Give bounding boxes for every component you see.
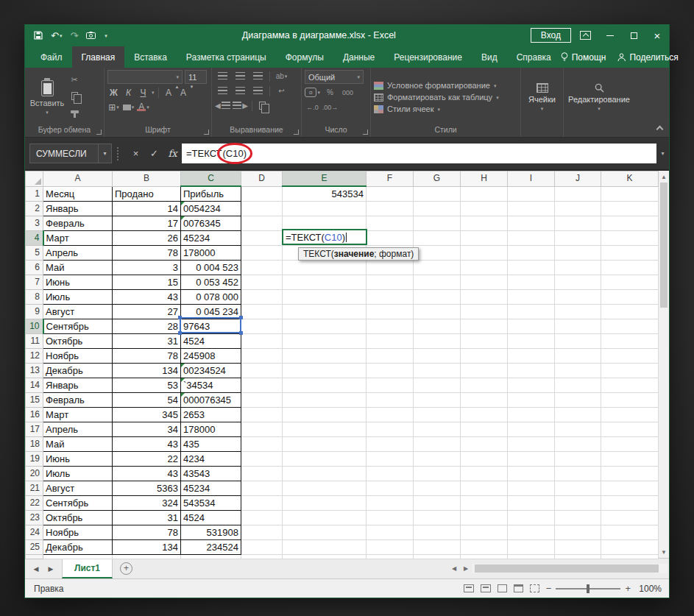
cell-C21[interactable]: 45234 [181,481,241,496]
cell-G14[interactable] [414,378,461,393]
cell-E8[interactable] [283,290,367,305]
cell-H25[interactable] [461,540,508,555]
cell-E14[interactable] [283,378,367,393]
active-cell-editor-E4[interactable]: =ТЕКСТ(C10) [282,229,367,245]
cell-C17[interactable]: 178000 [181,422,241,437]
cell-J17[interactable] [555,422,601,437]
cell-A23[interactable]: Октябрь [43,511,113,525]
cell-B18[interactable]: 43 [113,437,181,452]
assistant-tab[interactable]: Помощн [561,52,606,63]
increase-font-button[interactable]: А▲ [163,86,175,99]
cell-F17[interactable] [367,422,414,437]
cell-H14[interactable] [461,378,508,393]
display-settings-icon[interactable] [481,584,491,592]
cell-B25[interactable]: 134 [113,540,181,555]
cell-K11[interactable] [601,334,659,349]
paste-button[interactable]: Вставить ▾ [28,70,66,124]
cell-F14[interactable] [367,378,414,393]
row-header-14[interactable]: 14 [26,378,43,393]
row-header-2[interactable]: 2 [26,202,43,216]
col-header-J[interactable]: J [555,171,601,187]
cell-K4[interactable] [601,231,659,246]
cell-K25[interactable] [601,540,659,555]
cell-C6[interactable]: 0 004 523 [181,261,241,275]
col-header-E[interactable]: E [283,171,367,187]
clipboard-dialog-launcher-icon[interactable] [96,130,102,135]
cell-E9[interactable] [283,305,367,319]
tab-Главная[interactable]: Главная [72,46,125,68]
scroll-up-icon[interactable]: ▲ [659,171,669,183]
cell-G20[interactable] [414,467,461,481]
cell-G7[interactable] [414,275,461,290]
underline-button[interactable]: Ч [137,86,149,99]
cell-D25[interactable] [241,540,283,555]
cell-F6[interactable] [367,261,414,275]
cell-H3[interactable] [461,216,508,231]
cell-C22[interactable]: 543534 [181,496,241,511]
tab-Файл[interactable]: Файл [31,46,72,68]
font-color-button[interactable]: А▾ [137,101,149,113]
row-header-7[interactable]: 7 [26,275,43,290]
cell-K12[interactable] [601,349,659,364]
zoom-level[interactable]: 100% [635,584,662,594]
cell-G18[interactable] [414,437,461,452]
cell-H16[interactable] [461,408,508,422]
cell-K20[interactable] [601,467,659,481]
cell-I11[interactable] [508,334,555,349]
cell-A17[interactable]: Апрель [43,422,113,437]
cell-D13[interactable] [241,364,283,378]
cell-A2[interactable]: Январь [43,202,113,216]
tab-Данные[interactable]: Данные [333,46,384,68]
normal-view-icon[interactable] [498,584,507,592]
orientation-button[interactable]: ab▾ [274,70,289,82]
cell-H24[interactable] [461,525,508,540]
cell-G16[interactable] [414,408,461,422]
row-header-3[interactable]: 3 [26,216,43,231]
cell-B20[interactable]: 43 [113,467,181,481]
cell-K6[interactable] [601,261,659,275]
cell-A24[interactable]: Ноябрь [43,525,113,540]
cell-J13[interactable] [555,364,601,378]
cell-A8[interactable]: Июль [43,290,113,305]
cell-B4[interactable]: 26 [113,231,181,246]
cell-H2[interactable] [461,202,508,216]
cell-A14[interactable]: Январь [43,378,113,393]
row-header-1[interactable]: 1 [26,186,43,202]
cell-C8[interactable]: 0 078 000 [181,290,241,305]
cell-K7[interactable] [601,275,659,290]
cell-E13[interactable] [283,364,367,378]
cell-B5[interactable]: 78 [113,246,181,261]
cell-E16[interactable] [283,408,367,422]
cell-C18[interactable]: 435 [181,437,241,452]
cell-D6[interactable] [241,261,283,275]
cell-I12[interactable] [508,349,555,364]
increase-indent-button[interactable]: ▶ [233,99,248,112]
decrease-indent-button[interactable]: ◀ [215,99,230,112]
align-right-button[interactable] [250,85,266,97]
cell-B7[interactable]: 15 [113,275,181,290]
cell-G21[interactable] [414,481,461,496]
cell-I2[interactable] [508,202,555,216]
cell-E22[interactable] [283,496,367,511]
col-header-C[interactable]: C [181,171,241,187]
cell-J20[interactable] [555,467,601,481]
cell-E10[interactable] [283,319,367,334]
cell-G25[interactable] [414,540,461,555]
cell-A15[interactable]: Февраль [43,393,113,408]
cell-A20[interactable]: Июль [43,467,113,481]
cell-B2[interactable]: 14 [113,202,181,216]
cell-G1[interactable] [414,186,461,202]
cell-F13[interactable] [367,364,414,378]
cell-F11[interactable] [367,334,414,349]
cell-D15[interactable] [241,393,283,408]
cell-C19[interactable]: 4234 [181,452,241,467]
decrease-font-button[interactable]: А▼ [177,86,190,99]
cell-D11[interactable] [241,334,283,349]
cell-F22[interactable] [367,496,414,511]
col-header-F[interactable]: F [367,171,414,187]
row-header-15[interactable]: 15 [26,393,43,408]
cancel-button[interactable]: × [127,144,145,163]
camera-icon[interactable] [86,32,96,39]
name-box[interactable]: СУММЕСЛИ ▾ [29,144,112,163]
cell-E17[interactable] [283,422,367,437]
